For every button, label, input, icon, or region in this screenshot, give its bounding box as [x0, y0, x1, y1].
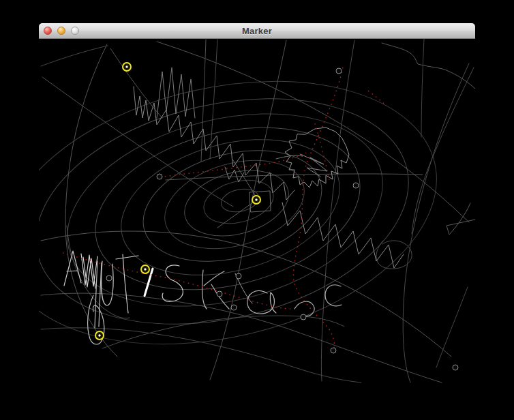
node-circle — [106, 275, 112, 281]
waypoint-marker-dot — [255, 198, 257, 200]
waypoint-marker-dot — [98, 334, 100, 336]
node-circle — [331, 348, 336, 353]
pen-stroke — [210, 40, 286, 380]
desktop: { "window": { "title": "Marker", "button… — [0, 0, 514, 420]
pen-stroke — [41, 46, 108, 66]
pen-stroke — [116, 254, 138, 313]
node-circle — [217, 291, 222, 297]
pen-stroke — [102, 261, 113, 305]
pen-stroke — [447, 203, 475, 235]
close-button[interactable] — [44, 27, 52, 35]
ring-stroke — [177, 160, 296, 246]
pen-stroke — [166, 174, 423, 180]
minimize-button[interactable] — [57, 27, 65, 35]
pen-stroke — [436, 287, 468, 368]
pen-stroke — [225, 167, 244, 182]
node-circle — [453, 365, 458, 370]
ring-stroke — [155, 145, 315, 263]
dotted-trail — [315, 123, 329, 180]
node-circle — [301, 314, 306, 320]
pen-stroke — [412, 68, 474, 234]
ring-stroke — [47, 83, 403, 337]
pen-stroke — [210, 40, 217, 159]
node-circle — [353, 183, 359, 188]
pen-stroke — [421, 39, 424, 137]
pen-stroke — [321, 40, 354, 381]
ring-stroke — [78, 102, 377, 315]
node-circle — [336, 68, 342, 74]
waypoint-marker-dot — [144, 268, 146, 270]
node-circle — [236, 273, 241, 279]
zoom-button[interactable] — [71, 27, 79, 35]
pen-stroke — [300, 154, 327, 177]
drawing-canvas[interactable] — [39, 39, 475, 390]
window-title: Marker — [39, 26, 475, 36]
waypoint-marker-dot — [125, 65, 127, 68]
node-circle — [231, 305, 237, 310]
pen-stroke — [81, 254, 97, 288]
pen-stroke — [376, 241, 412, 269]
traffic-lights — [44, 23, 79, 38]
window-titlebar[interactable]: Marker — [39, 23, 475, 39]
pen-stroke — [325, 285, 342, 306]
pen-stroke — [282, 202, 404, 268]
pen-stroke — [162, 265, 183, 301]
dotted-trail — [368, 91, 384, 104]
node-circle — [157, 174, 162, 179]
dotted-trail — [293, 68, 343, 351]
pen-stroke — [65, 44, 117, 357]
marker-window: Marker — [39, 23, 475, 389]
pen-stroke — [157, 68, 195, 118]
ring-stroke — [39, 64, 431, 358]
pen-stroke — [102, 316, 344, 348]
canvas-area — [39, 39, 475, 390]
